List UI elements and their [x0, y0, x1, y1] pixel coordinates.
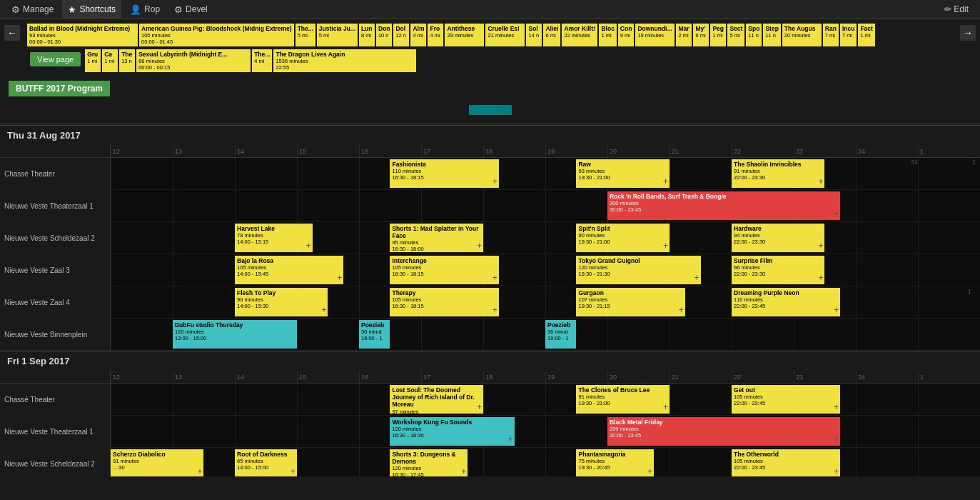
film-bloc[interactable]: Bloc1 mi — [599, 24, 616, 46]
film-dragon[interactable]: The Dragon Lives Again 1536 minutes 22:5… — [273, 49, 416, 72]
event-hardware[interactable]: Hardware 94 minutes 22:00 - 23:30 + — [732, 224, 824, 252]
film-antithese[interactable]: Antithese29 minutes — [445, 24, 484, 46]
event-poezieb2[interactable]: Poezieb 30 minut 19:00 - 1 — [545, 320, 576, 349]
venue-label-nvz4-thu: Nieuwe Veste Zaal 4 — [0, 286, 111, 318]
film-fact[interactable]: Fact1 mi — [858, 24, 874, 46]
add-gurgaon[interactable]: + — [679, 305, 684, 315]
film-ran[interactable]: Ran7 mi — [823, 24, 839, 46]
film-the-small[interactable]: The...5 mi — [295, 24, 315, 46]
topbar-devel[interactable]: ⚙ Devel — [168, 0, 213, 19]
add-tokyo[interactable]: + — [694, 273, 699, 283]
film-my[interactable]: My'6 mi — [693, 24, 709, 46]
event-fashionista[interactable]: Fashionista 110 minutes 16:30 - 18:15 + — [390, 159, 498, 188]
topbar-rop[interactable]: 👤 Rop — [124, 0, 166, 19]
event-shorts3[interactable]: Shorts 3: Dungeons & Demons 120 minutes … — [390, 449, 468, 476]
event-scherzo[interactable]: Scherzo Diabolico 91 minutes ...:30 + — [111, 449, 203, 476]
film-guinea-pig[interactable]: American Guinea Pig: Bloodshock (Midnig … — [139, 24, 294, 46]
add-shaolin[interactable]: + — [818, 176, 823, 186]
film-aliei[interactable]: Aliei6 mi — [543, 24, 560, 46]
film-dol[interactable]: Dol12 n — [393, 24, 409, 46]
film-downundi[interactable]: Downundi...19 minutes — [635, 24, 675, 46]
add-lost-soul[interactable]: + — [477, 402, 482, 412]
event-harvest-lake[interactable]: Harvest Lake 78 minutes 14:00 - 15:15 + — [235, 224, 313, 252]
add-otherworld[interactable]: + — [834, 466, 839, 476]
add-flesh[interactable]: + — [321, 305, 326, 315]
add-phantas[interactable]: + — [647, 466, 652, 476]
add-scherzo[interactable]: + — [197, 466, 202, 476]
film-augus[interactable]: The Augus20 minutes — [782, 24, 822, 46]
add-harvest[interactable]: + — [306, 241, 311, 251]
film-don[interactable]: Don10 n — [376, 24, 393, 46]
event-shorts1[interactable]: Shorts 1: Mad Splatter in Your Face 95 m… — [390, 224, 483, 252]
film-sect[interactable]: Sect5 mi — [727, 24, 744, 46]
add-fashionista[interactable]: + — [492, 176, 497, 186]
event-bajo[interactable]: Bajo la Rosa 105 minutes 14:00 - 15:45 + — [235, 256, 343, 284]
add-hardware[interactable]: + — [818, 241, 823, 251]
event-dreaming[interactable]: Dreaming Purple Neon 110 minutes 22:00 -… — [732, 288, 840, 316]
event-lost-soul[interactable]: Lost Soul: The Doomed Journey of Rich Is… — [390, 385, 483, 414]
event-black-metal[interactable]: Black Metal Friday 299 minutes 20:00 - 2… — [607, 417, 840, 446]
event-dubfu[interactable]: DubFu studio Thursday 120 minutes 13:00 … — [173, 320, 297, 349]
event-get-out[interactable]: Get out 105 minutes 22:00 - 23:45 + — [732, 385, 840, 414]
butff-label[interactable]: BUTFF 2017 Program — [9, 81, 110, 96]
event-rocknroll[interactable]: Rock 'n Roll Bands, Surf Trash & Boogie … — [607, 191, 840, 220]
event-poezieb1[interactable]: Poezieb 30 minut 16:00 - 1 — [359, 320, 390, 349]
film-lun[interactable]: Lun8 mi — [359, 24, 375, 46]
event-tokyo[interactable]: Tokyo Grand Guignol 120 minutes 19:30 - … — [576, 256, 700, 284]
fri-hour-21: 21 — [670, 371, 732, 383]
nav-right-arrow[interactable]: → — [960, 25, 976, 41]
add-spitn[interactable]: + — [663, 241, 668, 251]
event-gurgaon[interactable]: Gurgaon 107 minutes 19:30 - 21:15 + — [576, 288, 685, 316]
film-sol[interactable]: Sol14 n — [526, 24, 542, 46]
add-root[interactable]: + — [291, 466, 295, 476]
add-get-out[interactable]: + — [834, 402, 839, 412]
event-otherworld[interactable]: The Otherworld 105 minutes 22:00 - 23:45… — [732, 449, 840, 476]
add-shorts1[interactable]: + — [477, 241, 482, 251]
event-shaolin[interactable]: The Shaolin Invincibles 91 minutes 22:00… — [732, 159, 824, 188]
film-peg[interactable]: Peg1 mi — [710, 24, 726, 46]
film-the4[interactable]: The...4 mi — [252, 49, 272, 72]
film-cruelle[interactable]: Cruelle Es!21 minutes — [485, 24, 525, 46]
add-surprise[interactable]: + — [818, 273, 823, 283]
event-flesh[interactable]: Flesh To Play 90 minutes 14:00 - 15:30 + — [235, 288, 328, 316]
film-step[interactable]: Step11 n — [763, 24, 780, 46]
main-scroll[interactable]: ← Ballad in Blood (Midnight Extreme) 93 … — [0, 19, 980, 476]
event-kungfu[interactable]: Workshop Kung Fu Sounds 120 minutes 16:3… — [390, 417, 514, 446]
film-sexual[interactable]: Sexual Labyrinth (Midnight E... 68 minut… — [136, 49, 251, 72]
film-gru[interactable]: Gru1 mi — [85, 49, 101, 72]
film-con[interactable]: Con9 mi — [618, 24, 635, 46]
event-interchange[interactable]: Interchange 105 minutes 16:30 - 18:15 + — [390, 256, 498, 284]
event-clones[interactable]: The Clones of Bruce Lee 91 minutes 19:30… — [576, 385, 669, 414]
film-justicia[interactable]: Justicia Ju...5 mi — [317, 24, 358, 46]
topbar-shortcuts[interactable]: ★ Shortcuts — [62, 0, 121, 19]
add-black-metal[interactable]: + — [834, 434, 839, 444]
add-bajo[interactable]: + — [337, 273, 342, 283]
film-incu[interactable]: Incu7 mi — [840, 24, 857, 46]
film-fro[interactable]: Fro4 mi — [428, 24, 443, 46]
add-shorts3[interactable]: + — [461, 466, 466, 476]
event-spitn[interactable]: Spit'n Split 90 minutes 19:30 - 21:00 + — [576, 224, 669, 252]
nav-left-arrow[interactable]: ← — [4, 25, 20, 41]
topbar-manage[interactable]: ⚙ Manage — [6, 0, 59, 19]
film-mar[interactable]: Mar2 mi — [676, 24, 692, 46]
film-ballad[interactable]: Ballad in Blood (Midnight Extreme) 93 mi… — [27, 24, 138, 46]
film-spo[interactable]: Spo11 n — [746, 24, 762, 46]
add-clones[interactable]: + — [663, 402, 668, 412]
event-root[interactable]: Root of Darkness 65 minutes 14:00 - 15:0… — [235, 449, 297, 476]
film-amor[interactable]: Amor Killt!22 minutes — [562, 24, 597, 46]
view-page-button[interactable]: View page — [30, 52, 81, 66]
add-rocknroll[interactable]: + — [834, 209, 839, 219]
event-raw[interactable]: Raw 93 minutes 19:30 - 21:00 + — [576, 159, 669, 188]
film-the13[interactable]: The13 n — [119, 49, 135, 72]
add-interchange[interactable]: + — [492, 273, 497, 283]
event-therapy[interactable]: Therapy 105 minutes 16:30 - 18:15 + — [390, 288, 498, 316]
add-dreaming[interactable]: + — [834, 305, 839, 315]
add-therapy[interactable]: + — [492, 305, 497, 315]
event-phantas[interactable]: Phantasmagoria 75 minutes 19:30 - 20:45 … — [576, 449, 654, 476]
event-surprise[interactable]: Surprise Film 96 minutes 22:00 - 23:30 + — [732, 256, 824, 284]
film-alm[interactable]: Alm4 mi — [410, 24, 426, 46]
add-kungfu[interactable]: + — [507, 434, 512, 444]
film-ca[interactable]: Ca1 mi — [102, 49, 118, 72]
add-raw[interactable]: + — [663, 176, 668, 186]
edit-button[interactable]: ✏ Edit — [939, 0, 974, 19]
